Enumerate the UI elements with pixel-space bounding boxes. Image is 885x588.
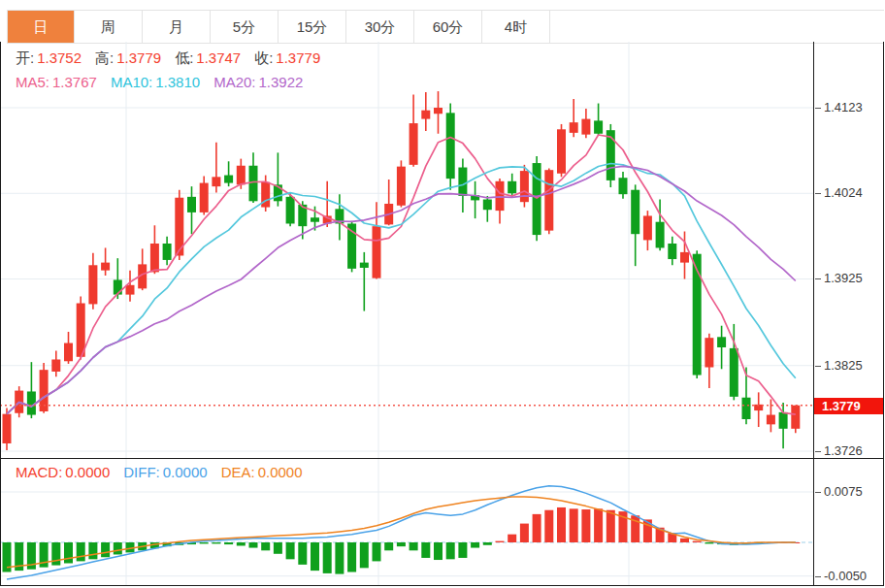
price-tick: 1.3726 — [815, 443, 863, 459]
price-tick: 1.4123 — [815, 100, 863, 115]
axis-divider — [813, 42, 814, 586]
tab-day[interactable]: 日 — [7, 11, 75, 43]
main-price-chart[interactable]: 开:1.3752 高:1.3779 低:1.3747 收:1.3779 MA5:… — [0, 42, 813, 458]
candlestick-series — [3, 91, 801, 450]
ma10-value: 1.3810 — [155, 74, 200, 90]
candlestick-canvas[interactable] — [0, 42, 813, 458]
diff-value: 0.0000 — [163, 464, 208, 480]
open-value: 1.3752 — [37, 49, 82, 68]
macd-label: MACD: — [16, 464, 62, 480]
chart-right-border — [883, 42, 884, 586]
low-value: 1.3747 — [196, 49, 241, 68]
dea-label: DEA: — [221, 464, 255, 480]
high-label: 高: — [95, 49, 114, 68]
ma5-label: MA5: — [16, 74, 49, 90]
tab-30min[interactable]: 30分 — [346, 11, 414, 43]
close-label: 收: — [254, 49, 273, 68]
price-axis: 1.4123 1.4024 1.3925 1.3825 1.3726 1.377… — [813, 42, 885, 586]
trading-chart-app: 日 周 月 5分 15分 30分 60分 4时 开:1.3752 高:1.377… — [0, 0, 885, 588]
main-gridlines — [0, 42, 813, 458]
dea-line — [7, 497, 796, 568]
diff-label: DIFF: — [123, 464, 160, 480]
ma10-label: MA10: — [111, 74, 152, 90]
macd-tick: -0.0050 — [815, 569, 867, 584]
open-label: 开: — [16, 49, 34, 68]
chart-left-border — [0, 42, 1, 586]
ma5-value: 1.3767 — [52, 74, 97, 90]
close-value: 1.3779 — [276, 49, 320, 68]
macd-tick: 0.0075 — [815, 484, 863, 500]
ma20-value: 1.3922 — [259, 74, 304, 90]
ma-readout: MA5:1.3767 MA10:1.3810 MA20:1.3922 — [16, 74, 303, 90]
panel-divider — [0, 458, 884, 459]
diff-line — [7, 486, 796, 579]
tab-month[interactable]: 月 — [143, 11, 211, 43]
timeframe-tabbar: 日 周 月 5分 15分 30分 60分 4时 — [7, 10, 884, 44]
tab-4hour[interactable]: 4时 — [482, 11, 550, 43]
price-tick: 1.3825 — [815, 358, 863, 374]
dea-value: 0.0000 — [258, 464, 303, 480]
current-price-badge: 1.3779 — [814, 398, 884, 414]
ohlc-readout: 开:1.3752 高:1.3779 低:1.3747 收:1.3779 — [16, 49, 320, 68]
macd-panel[interactable]: MACD:0.0000 DIFF:0.0000 DEA:0.0000 — [0, 458, 813, 586]
low-label: 低: — [175, 49, 193, 68]
ma20-label: MA20: — [213, 74, 255, 90]
chart-bottom-border — [0, 585, 884, 586]
price-tick: 1.3925 — [815, 271, 863, 286]
macd-readout: MACD:0.0000 DIFF:0.0000 DEA:0.0000 — [16, 464, 303, 480]
tab-5min[interactable]: 5分 — [211, 11, 279, 43]
macd-value: 0.0000 — [65, 464, 110, 480]
tab-week[interactable]: 周 — [75, 11, 143, 43]
tab-60min[interactable]: 60分 — [414, 11, 482, 43]
high-value: 1.3779 — [116, 49, 161, 68]
price-tick: 1.4024 — [815, 185, 863, 201]
tab-15min[interactable]: 15分 — [279, 11, 346, 43]
